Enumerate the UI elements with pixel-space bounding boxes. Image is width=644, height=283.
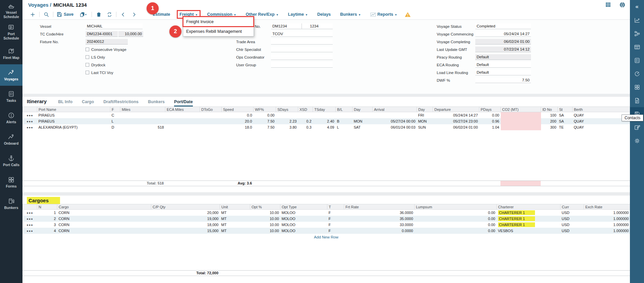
column-header[interactable]: B/L [336,107,353,112]
table-row[interactable]: ●●●1CORN20,000MT10.00MOLOOF36.00000.00CH… [23,210,630,216]
column-header[interactable]: DToGo [200,107,222,112]
table-row[interactable]: ●●●2CORN19,000MT10.00MOLOOF35.00000.00CH… [23,216,630,222]
fixture-no-field[interactable]: 20240012 [86,39,128,45]
table-row[interactable]: ●●●4CORN15,000MT10.00MOLOOF0.00000.00VES… [23,228,630,234]
row-menu-button[interactable]: ●●● [26,126,33,129]
column-header[interactable]: St [558,107,573,112]
consecutive-voyage-checkbox[interactable] [86,48,89,51]
column-header[interactable]: Day [353,107,373,112]
column-header[interactable]: Berth [573,107,630,112]
sidebar-item-workflow[interactable] [630,27,644,40]
column-header[interactable]: Unit [220,204,250,210]
sidebar-item-gauge[interactable] [630,67,644,80]
dwf--field[interactable]: 7.50 [475,77,531,83]
search-icon[interactable] [43,11,50,18]
breadcrumb-section[interactable]: Voyages / [28,2,51,8]
column-header[interactable]: Curr [560,204,584,210]
load-line-routing-field[interactable]: Default [475,70,531,75]
delete-button[interactable] [95,11,102,18]
column-header[interactable] [23,204,37,210]
column-header[interactable]: Departure [433,107,479,112]
voyage-status-field[interactable]: Completed [475,23,531,29]
column-header[interactable]: F [110,107,120,112]
voy-no-field[interactable]: DM1234 [271,23,302,29]
sidebar-item-port-calls[interactable]: Port Calls [0,150,22,171]
column-header[interactable]: CO2 (MT) [501,107,541,112]
sidebar-item-settings[interactable] [630,134,644,147]
sidebar-item-onboard[interactable]: Onboard [0,129,22,150]
eca-routing-field[interactable]: Default [475,62,531,68]
column-header[interactable]: WF% [254,107,276,112]
tab-port-date[interactable]: Port/Date [174,99,193,107]
column-header[interactable]: XSD [298,107,313,112]
sidebar-item-port-schedule[interactable]: Port Schedule [0,21,22,43]
menu-item-freight-invoice[interactable]: Freight Invoice [183,17,254,26]
table-row[interactable]: ●●●3CORN18,000MT10.00MOLOOF33.00000.00CH… [23,222,630,228]
sidebar-item-vessel-schedule[interactable]: Vessel Schedule [0,0,22,21]
column-header[interactable]: TSday [313,107,336,112]
drydock-checkbox[interactable] [86,63,89,67]
menu-item-expenses-rebill-management[interactable]: Expenses Rebill Management [183,26,254,36]
voy-no-2-field[interactable]: 1234 [302,23,333,29]
next-button[interactable] [130,11,137,18]
column-header[interactable]: Day [417,107,433,112]
column-header[interactable]: Lumpsum [415,204,497,210]
sidebar-item-voyages[interactable]: Voyages [0,64,22,86]
trade-area-field[interactable] [271,39,333,45]
tab-bl-info[interactable]: BL Info [58,99,72,107]
new-button[interactable] [29,11,36,18]
column-header[interactable]: Cargo [57,204,151,210]
save-button[interactable]: Save [57,12,73,17]
column-header[interactable]: T [327,204,344,210]
row-menu-button[interactable]: ●●● [26,223,33,227]
column-header[interactable]: PDays [479,107,501,112]
ops-coordinator-field[interactable] [271,54,333,60]
column-header[interactable]: C/P Qty [151,204,220,210]
piracy-routing-field[interactable]: Default [475,54,531,60]
column-header[interactable]: Arrival [373,107,417,112]
sidebar-item-analytics[interactable] [630,13,644,27]
voyage-completing-field[interactable]: 06/02/24 01:00 [475,39,531,45]
column-header[interactable]: Charterer [497,204,560,210]
column-header[interactable]: ID No [541,107,558,112]
last-tci-voy-checkbox[interactable] [86,71,89,74]
reports-button[interactable]: Reports▼ [369,11,399,18]
tc-hire-field[interactable]: 10,000.00 [118,31,143,37]
add-new-row-link[interactable]: Add New Row [22,234,630,240]
ls-only-checkbox[interactable] [86,55,89,59]
sidebar-item-apps[interactable] [630,80,644,94]
sidebar-item-bunkers[interactable]: Bunkers [0,193,22,214]
column-header[interactable]: N [37,204,57,210]
tab-draft-restrictions[interactable]: Draft/Restrictions [103,99,139,107]
last-update-gmt-field[interactable]: 07/22/24 14:12 [475,47,531,52]
column-header[interactable]: Opt Type [280,204,327,210]
column-header[interactable]: Frt Rate [344,204,415,210]
opr-type-field[interactable]: TCOV [271,31,333,37]
column-header[interactable]: ECA Miles [165,107,200,112]
tab-cargo[interactable]: Cargo [82,99,94,107]
sidebar-item-alerts[interactable]: Alerts [0,107,22,129]
sidebar-item-forms[interactable]: Forms [0,171,22,193]
row-menu-button[interactable]: ●●● [26,120,33,123]
column-header[interactable] [23,107,37,112]
column-header[interactable]: Port Name [37,107,110,112]
tc-code-field[interactable]: DM1234-I0001 [86,31,118,37]
copy-button[interactable]: ▾ [77,11,88,18]
warning-icon[interactable] [405,12,411,17]
column-header[interactable]: SDays [276,107,298,112]
column-header[interactable]: Miles [120,107,165,112]
sidebar-item-tasks[interactable]: Tasks [0,86,22,107]
bunkers-button[interactable]: Bunkers▼ [338,11,363,18]
table-row[interactable]: ●●●ALEXANDRIA (EGYPT)D51818.07.503.800.3… [23,124,630,130]
sidebar-item-checklist[interactable] [630,54,644,67]
column-header[interactable]: Opt % [250,204,280,210]
row-menu-button[interactable]: ●●● [26,229,33,233]
table-row[interactable]: ●●●PIRAEUSL20.07.502.230.22.40BMON05/27/… [23,118,630,124]
sidebar-item-grid-panel[interactable] [630,40,644,54]
globe-icon[interactable] [619,2,625,8]
sidebar-item-document[interactable] [630,94,644,107]
user-group-field[interactable] [271,62,333,68]
sidebar-item-fleet-map[interactable]: Fleet Map [0,43,22,64]
grid-icon[interactable] [605,2,611,8]
sidebar-item-notes[interactable] [630,121,644,134]
